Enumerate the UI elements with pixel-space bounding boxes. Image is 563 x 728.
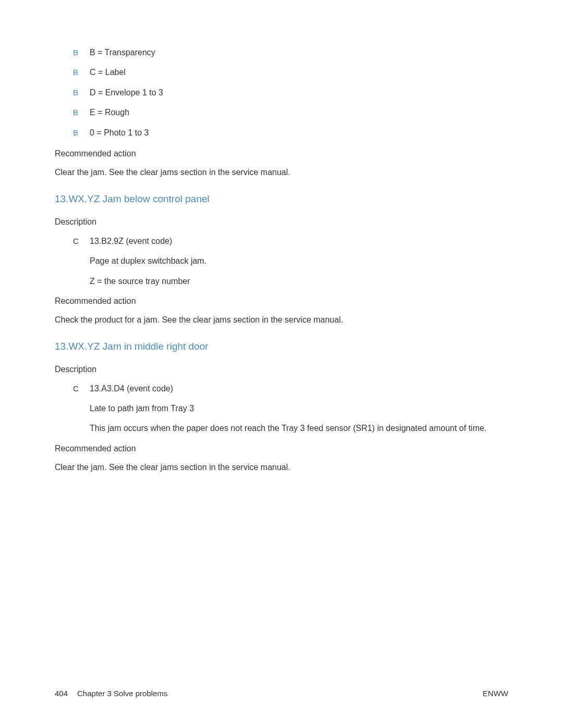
list-item: B E = Rough <box>73 107 508 118</box>
bullet-marker: C <box>73 236 90 246</box>
bullet-marker: B <box>73 67 90 78</box>
list-item-text: 0 = Photo 1 to 3 <box>90 127 149 139</box>
page-footer: 404 Chapter 3 Solve problems ENWW <box>55 689 508 698</box>
event-detail-text: Late to path jam from Tray 3 <box>90 403 508 414</box>
event-detail-text: Page at duplex switchback jam. <box>90 255 508 267</box>
recommended-action-label: Recommended action <box>55 443 508 454</box>
list-item-text: C = Label <box>90 67 126 78</box>
bullet-marker: C <box>73 383 90 394</box>
list-item: C 13.A3.D4 (event code) <box>73 383 508 394</box>
chapter-title: Chapter 3 Solve problems <box>77 689 167 698</box>
section-heading-jam-middle-right-door: 13.WX.YZ Jam in middle right door <box>55 340 508 354</box>
event-code-block: C 13.A3.D4 (event code) Late to path jam… <box>73 383 508 435</box>
list-item-text: B = Transparency <box>90 47 155 58</box>
event-code-text: 13.A3.D4 (event code) <box>90 383 173 394</box>
bullet-marker: B <box>73 127 90 138</box>
event-code-block: C 13.B2.9Z (event code) Page at duplex s… <box>73 236 508 287</box>
description-label: Description <box>55 216 508 228</box>
list-item: B D = Envelope 1 to 3 <box>73 87 508 98</box>
recommended-action-text: Clear the jam. See the clear jams sectio… <box>55 462 508 473</box>
page-number: 404 <box>55 689 68 698</box>
event-detail-text: This jam occurs when the paper does not … <box>90 423 508 434</box>
footer-right-text: ENWW <box>483 689 508 698</box>
recommended-action-text: Clear the jam. See the clear jams sectio… <box>55 167 508 178</box>
event-detail-text: Z = the source tray number <box>90 276 508 287</box>
description-label: Description <box>55 364 508 375</box>
recommended-action-label: Recommended action <box>55 148 508 159</box>
list-item-text: E = Rough <box>90 107 129 118</box>
list-item-text: D = Envelope 1 to 3 <box>90 87 163 98</box>
page-content: B B = Transparency B C = Label B D = Env… <box>55 47 508 474</box>
recommended-action-label: Recommended action <box>55 295 508 307</box>
bullet-marker: B <box>73 87 90 98</box>
recommended-action-text: Check the product for a jam. See the cle… <box>55 314 508 326</box>
media-type-list: B B = Transparency B C = Label B D = Env… <box>73 47 508 139</box>
list-item: C 13.B2.9Z (event code) <box>73 236 508 247</box>
list-item: B B = Transparency <box>73 47 508 58</box>
bullet-marker: B <box>73 107 90 118</box>
list-item: B 0 = Photo 1 to 3 <box>73 127 508 139</box>
section-heading-jam-below-control-panel: 13.WX.YZ Jam below control panel <box>55 192 508 206</box>
list-item: B C = Label <box>73 67 508 78</box>
event-code-text: 13.B2.9Z (event code) <box>90 236 172 247</box>
footer-left: 404 Chapter 3 Solve problems <box>55 689 167 698</box>
bullet-marker: B <box>73 47 90 58</box>
